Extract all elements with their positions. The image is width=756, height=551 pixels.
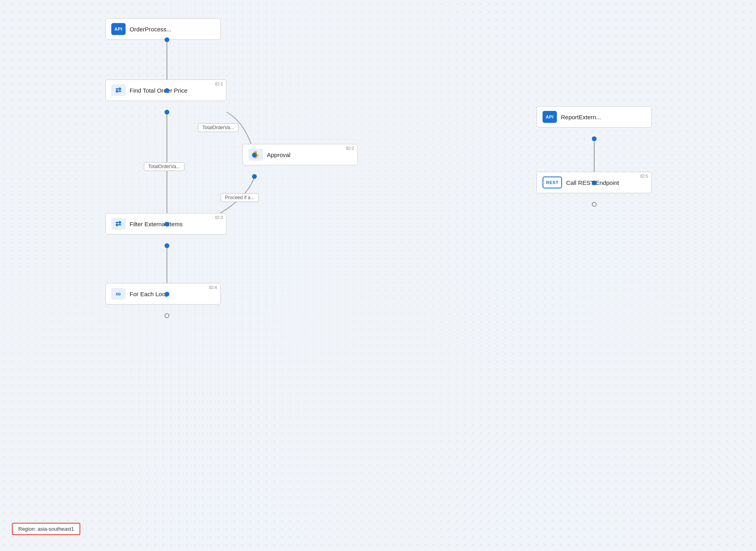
node-label-report: ReportExtern... xyxy=(561,114,601,120)
dot-findtotal-top[interactable] xyxy=(165,88,169,93)
node-approval[interactable]: ID:2 ✋ Approval xyxy=(242,144,358,165)
dot-findtotal-bottom[interactable] xyxy=(165,110,169,114)
node-label-approval: Approval xyxy=(267,151,291,158)
connector-label-1: TotalOrderVa... xyxy=(198,123,238,132)
node-label-loop: For Each Loop xyxy=(130,291,169,297)
node-label-orderprocess: OrderProcess... xyxy=(130,26,171,33)
dot-orderprocess-bottom[interactable] xyxy=(165,37,169,42)
node-id-callrest: ID:5 xyxy=(640,174,648,178)
region-badge: Region: asia-southeast1 xyxy=(12,523,80,535)
node-foreachloop[interactable]: ID:4 ∞ For Each Loop xyxy=(105,283,221,305)
filter-icon-external: ⇄ xyxy=(111,218,126,230)
rest-icon: REST xyxy=(543,177,562,188)
dot-filter-top[interactable] xyxy=(165,222,169,227)
node-id-loop: ID:4 xyxy=(209,285,217,290)
dot-callrest-top[interactable] xyxy=(592,180,597,185)
api-icon-orderprocess: API xyxy=(111,23,126,35)
node-reportextern[interactable]: API ReportExtern... xyxy=(537,106,652,128)
filter-icon-findtotal: ⇄ xyxy=(111,84,126,96)
connector-label-2: TotalOrderVa... xyxy=(144,162,184,171)
loop-icon: ∞ xyxy=(111,288,126,300)
node-label-findtotal: Find Total Order Price xyxy=(130,87,188,94)
node-label-filterexternal: Filter External Items xyxy=(130,221,182,227)
node-id-filter: ID:3 xyxy=(215,215,223,220)
api-icon-report: API xyxy=(543,111,557,123)
dot-loop-top[interactable] xyxy=(165,292,169,297)
dot-loop-bottom[interactable] xyxy=(165,313,169,318)
dot-approval-bottom[interactable] xyxy=(252,174,257,179)
workflow-canvas: API OrderProcess... ID:1 ⇄ Find Total Or… xyxy=(0,0,756,551)
node-orderprocess[interactable]: API OrderProcess... xyxy=(105,18,221,40)
node-id-findtotal: ID:1 xyxy=(215,81,223,86)
dot-callrest-bottom[interactable] xyxy=(592,202,597,207)
connector-label-3: Proceed if a... xyxy=(221,193,259,202)
dot-filter-bottom[interactable] xyxy=(165,243,169,248)
node-id-approval: ID:2 xyxy=(346,146,354,151)
dot-approval-top[interactable] xyxy=(252,153,257,157)
dot-report-bottom[interactable] xyxy=(592,136,597,141)
